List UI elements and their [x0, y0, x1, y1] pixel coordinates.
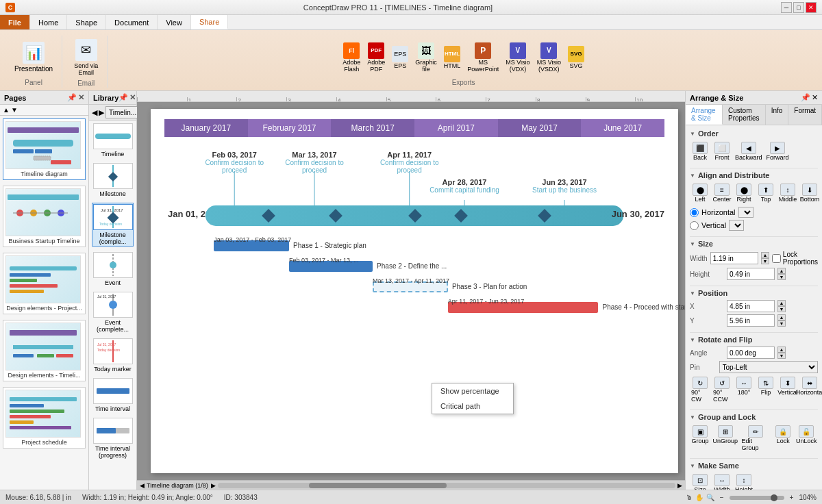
- pages-close-btn[interactable]: ✕: [78, 93, 84, 102]
- align-middle-btn[interactable]: ↕ Middle: [777, 182, 798, 204]
- horizontal-select[interactable]: [738, 207, 754, 218]
- section-order-header[interactable]: Order: [690, 129, 818, 138]
- lib-item-event[interactable]: Event: [92, 252, 134, 286]
- rp-tab-format[interactable]: Format: [788, 105, 822, 125]
- page-thumb-5[interactable]: Project schedule: [3, 387, 86, 449]
- backward-btn[interactable]: ◀ Backward: [734, 140, 764, 162]
- canvas-content[interactable]: January 2017 February 2017 March 2017 Ap…: [137, 102, 685, 480]
- context-menu[interactable]: Show percentage Critical path: [432, 383, 514, 414]
- section-position-header[interactable]: Position: [690, 289, 818, 297]
- tab-share[interactable]: Share: [191, 15, 228, 29]
- angle-spin-up[interactable]: ▲: [777, 346, 786, 353]
- rp-tab-info[interactable]: Info: [766, 105, 789, 125]
- section-rotate-header[interactable]: Rotate and Flip: [690, 336, 818, 344]
- zoom-slider[interactable]: [730, 496, 784, 500]
- rotate-90cw-btn[interactable]: ↻ 90° CW: [690, 375, 710, 404]
- diamond-5[interactable]: [538, 209, 551, 223]
- ms-visio-vsdx-btn[interactable]: V MS Visio(VSDX): [535, 41, 563, 74]
- lib-item-timeline[interactable]: Timeline: [92, 123, 134, 158]
- send-via-email-btn[interactable]: ✉ Send viaEmail: [71, 37, 101, 78]
- same-height-btn[interactable]: ↕ Height: [734, 473, 754, 490]
- page-thumb-3[interactable]: Design elements - Project...: [3, 253, 86, 314]
- page-thumb-1[interactable]: Timeline diagram: [3, 118, 86, 180]
- flip-btn[interactable]: ⇅ Flip: [756, 375, 776, 404]
- angle-input[interactable]: [727, 346, 775, 359]
- lib-item-time-interval[interactable]: Time interval: [92, 378, 134, 412]
- rotate-90ccw-btn[interactable]: ↺ 90° CCW: [712, 375, 732, 404]
- zoom-thumb[interactable]: [771, 494, 777, 501]
- width-input[interactable]: [710, 252, 758, 264]
- vertical-radio[interactable]: [690, 221, 699, 230]
- align-top-btn[interactable]: ⬆ Top: [756, 182, 776, 204]
- lib-next-btn[interactable]: ▶: [99, 108, 104, 117]
- lib-item-milestone[interactable]: Milestone: [92, 163, 134, 197]
- scroll-prev-btn[interactable]: ◀: [140, 482, 145, 489]
- pin-select[interactable]: Top-Left: [719, 361, 818, 373]
- pages-scroll-down[interactable]: ▼: [11, 106, 18, 114]
- page-thumb-2[interactable]: Business Startup Timeline: [3, 186, 86, 247]
- x-spin-up[interactable]: ▲: [777, 300, 786, 306]
- back-btn[interactable]: ⬛ Back: [690, 140, 710, 162]
- y-spin-up[interactable]: ▲: [777, 314, 786, 320]
- group-btn[interactable]: ▣ Group: [690, 424, 710, 453]
- align-left-btn[interactable]: ⬤ Left: [690, 182, 710, 204]
- pages-scroll-up[interactable]: ▲: [3, 106, 10, 114]
- rp-tab-arrange[interactable]: Arrange & Size: [686, 105, 723, 125]
- y-spin-down[interactable]: ▼: [777, 320, 786, 327]
- horizontal-radio[interactable]: [690, 208, 699, 217]
- canvas-scroll-horizontal[interactable]: ◀ Timeline diagram (1/8) ▶ ▶: [137, 480, 685, 490]
- tab-home[interactable]: Home: [30, 15, 67, 29]
- rotate-180-btn[interactable]: ↔ 180°: [734, 375, 754, 404]
- tab-file[interactable]: File: [0, 15, 30, 29]
- scroll-right-btn[interactable]: ▶: [677, 482, 682, 489]
- height-spin-down[interactable]: ▼: [777, 274, 786, 280]
- forward-btn[interactable]: ▶ Forward: [765, 140, 790, 162]
- diamond-4[interactable]: [454, 209, 468, 223]
- scroll-next-btn[interactable]: ▶: [211, 482, 216, 489]
- y-input[interactable]: [727, 314, 775, 327]
- section-align-header[interactable]: Align and Distribute: [690, 171, 818, 179]
- ms-powerpoint-btn[interactable]: P MSPowerPoint: [465, 41, 501, 74]
- adobe-flash-btn[interactable]: Fl AdobeFlash: [340, 41, 362, 74]
- svg-btn[interactable]: SVG SVG: [566, 45, 586, 71]
- angle-spin-down[interactable]: ▼: [777, 353, 786, 359]
- adobe-pdf-btn[interactable]: PDF AdobePDF: [365, 41, 387, 74]
- width-spin-up[interactable]: ▲: [761, 252, 769, 258]
- section-make-same-header[interactable]: Make Same: [690, 462, 818, 470]
- lib-item-milestone-complete[interactable]: Jul 31, 2017 Today decision Milestone (c…: [92, 203, 134, 247]
- tab-document[interactable]: Document: [106, 15, 158, 29]
- timeline-track[interactable]: [206, 205, 623, 226]
- lib-item-today-marker[interactable]: Jul 31, 2017 Today decision Today marker: [92, 338, 134, 373]
- align-bottom-btn[interactable]: ⬇ Bottom: [799, 182, 820, 204]
- diamond-3[interactable]: [408, 209, 422, 223]
- context-menu-critical-path[interactable]: Critical path: [432, 399, 513, 414]
- align-center-btn[interactable]: ≡ Center: [712, 182, 732, 204]
- presentation-btn[interactable]: 📊 Presentation: [11, 40, 56, 75]
- same-width-btn[interactable]: ↔ Width: [712, 473, 732, 490]
- height-spin-up[interactable]: ▲: [777, 268, 786, 274]
- ungroup-btn[interactable]: ⊞ UnGroup: [712, 424, 739, 453]
- diamond-1[interactable]: [262, 209, 275, 223]
- edit-group-btn[interactable]: ✏ Edit Group: [740, 424, 772, 453]
- scroll-track[interactable]: [218, 483, 675, 488]
- width-spin-down[interactable]: ▼: [761, 258, 769, 264]
- unlock-btn[interactable]: 🔓 UnLock: [795, 424, 818, 453]
- window-controls[interactable]: ─ □ ✕: [781, 2, 817, 13]
- rp-tab-custom[interactable]: Custom Properties: [723, 105, 766, 125]
- library-pin-btn[interactable]: 📌: [119, 93, 128, 102]
- align-right-btn[interactable]: ⬤ Right: [734, 182, 754, 204]
- eps-btn[interactable]: EPS EPS: [390, 45, 410, 71]
- library-close-btn[interactable]: ✕: [129, 93, 136, 102]
- page-thumb-4[interactable]: Design elements - Timeli...: [3, 320, 86, 381]
- x-input[interactable]: [727, 300, 775, 312]
- close-btn[interactable]: ✕: [806, 2, 817, 13]
- context-menu-show-percentage[interactable]: Show percentage: [432, 383, 513, 399]
- minimize-btn[interactable]: ─: [781, 2, 792, 13]
- lock-btn[interactable]: 🔒 Lock: [773, 424, 793, 453]
- tab-view[interactable]: View: [158, 15, 191, 29]
- html-btn[interactable]: HTML HTML: [442, 45, 463, 71]
- scroll-thumb[interactable]: [309, 483, 446, 488]
- lib-item-event-complete[interactable]: Jul 31, 2017 Event (complete...: [92, 292, 134, 333]
- vertical-select[interactable]: [729, 220, 744, 231]
- graphic-file-btn[interactable]: 🖼 Graphicfile: [413, 41, 439, 74]
